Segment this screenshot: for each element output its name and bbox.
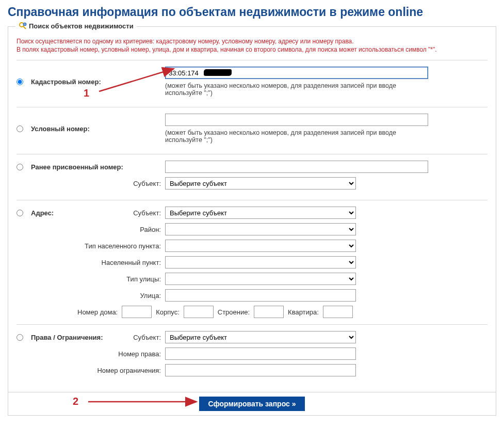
group-rights: Права / Ограничения: Субъект: Выберите с… <box>17 324 487 387</box>
addr-flat-input[interactable] <box>323 306 353 318</box>
cadastral-hint: (может быть указано несколько номеров, д… <box>165 82 428 97</box>
prev-subject-select[interactable]: Выберите субъект <box>165 177 356 190</box>
radio-prev-assigned[interactable] <box>17 164 23 170</box>
rights-subject-label: Субъект: <box>119 334 165 341</box>
addr-settlement-label: Населенный пункт: <box>17 259 165 266</box>
addr-korpus-label: Корпус: <box>156 308 180 316</box>
prev-assigned-label: Ранее присвоенный номер: <box>31 163 165 171</box>
search-objects-icon <box>19 22 27 30</box>
right-number-label: Номер права: <box>17 350 165 358</box>
warning-text: Поиск осуществляется по одному из критер… <box>17 37 487 54</box>
restriction-number-input[interactable] <box>165 364 356 376</box>
addr-subject-label: Субъект: <box>83 209 165 217</box>
group-cadastral: Кадастровый номер: (может быть указано н… <box>17 60 487 107</box>
addr-building-label: Строение: <box>218 308 250 316</box>
addr-subject-select[interactable]: Выберите субъект <box>165 207 356 219</box>
conditional-hint: (может быть указано несколько номеров, д… <box>165 129 428 144</box>
addr-settlement-type-label: Тип населенного пункта: <box>17 242 165 250</box>
warn-line-2: В полях кадастровый номер, условный номе… <box>17 45 487 54</box>
svg-line-1 <box>23 26 26 29</box>
group-conditional: Условный номер: (может быть указано неск… <box>17 107 487 154</box>
addr-flat-label: Квартира: <box>288 308 319 316</box>
panel-legend-text: Поиск объектов недвижимости <box>29 22 134 30</box>
right-number-input[interactable] <box>165 348 356 360</box>
addr-settlement-select[interactable] <box>165 256 356 269</box>
rights-label: Права / Ограничения: <box>31 334 119 341</box>
warn-line-1: Поиск осуществляется по одному из критер… <box>17 37 487 45</box>
addr-street-type-select[interactable] <box>165 273 356 285</box>
prev-assigned-input[interactable] <box>165 161 428 173</box>
addr-district-select[interactable] <box>165 223 356 235</box>
addr-street-type-label: Тип улицы: <box>17 275 165 283</box>
addr-building-input[interactable] <box>254 306 284 318</box>
addr-district-label: Район: <box>17 226 165 233</box>
addr-korpus-input[interactable] <box>184 306 214 318</box>
conditional-input[interactable] <box>165 114 428 126</box>
addr-house-label: Номер дома: <box>77 308 118 316</box>
radio-cadastral[interactable] <box>17 78 23 85</box>
prev-subject-label: Субъект: <box>17 180 165 187</box>
addr-street-input[interactable] <box>165 289 356 302</box>
radio-conditional[interactable] <box>17 125 23 132</box>
radio-rights[interactable] <box>17 334 23 341</box>
footer-bar: Сформировать запрос » 2 <box>8 392 496 416</box>
submit-button[interactable]: Сформировать запрос » <box>199 397 305 411</box>
addr-house-input[interactable] <box>122 306 152 318</box>
annotation-2: 2 <box>73 396 78 407</box>
redacted-overlay <box>204 69 232 76</box>
rights-subject-select[interactable]: Выберите субъект <box>165 331 356 343</box>
group-prev-assigned: Ранее присвоенный номер: Субъект: Выбери… <box>17 154 487 200</box>
radio-address[interactable] <box>17 210 23 216</box>
restriction-number-label: Номер ограничения: <box>17 367 165 374</box>
search-panel: Поиск объектов недвижимости Поиск осущес… <box>8 26 496 392</box>
panel-legend: Поиск объектов недвижимости <box>15 22 137 30</box>
address-numbers-row: Номер дома: Корпус: Строение: Квартира: <box>77 306 487 318</box>
group-address: Адрес: Субъект: Выберите субъект Район: … <box>17 200 487 324</box>
arrow-2-icon <box>86 397 202 407</box>
addr-settlement-type-select[interactable] <box>165 240 356 252</box>
svg-point-2 <box>23 23 26 26</box>
addr-street-label: Улица: <box>17 292 165 299</box>
address-label: Адрес: <box>31 209 83 217</box>
conditional-label: Условный номер: <box>31 125 165 133</box>
cadastral-label: Кадастровый номер: <box>31 78 165 86</box>
